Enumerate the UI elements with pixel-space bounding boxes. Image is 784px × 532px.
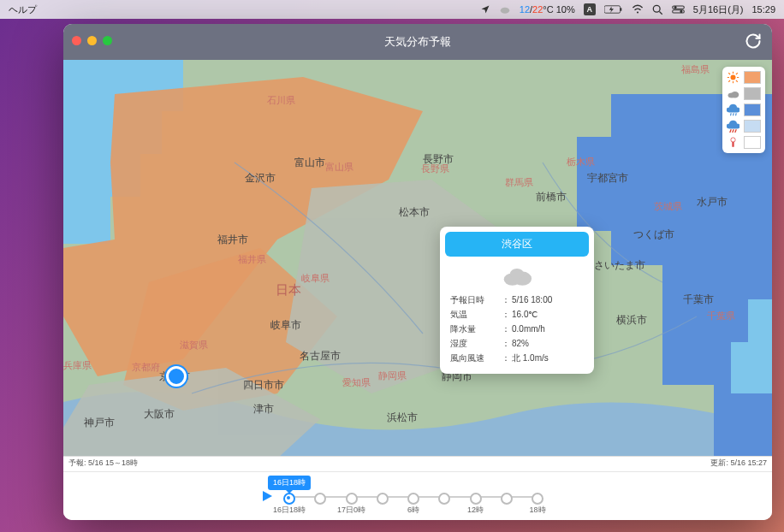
- macos-menu-bar: ヘルプ 12/22°C 10% A 5月16日(月) 15:29: [0, 0, 784, 19]
- svg-line-24: [728, 80, 730, 82]
- timeline-tick[interactable]: [377, 493, 389, 505]
- titlebar: 天気分布予報: [63, 24, 772, 60]
- timeline-label: 6時: [407, 505, 419, 516]
- control-center-icon[interactable]: [672, 4, 685, 15]
- svg-rect-15: [748, 299, 772, 351]
- popup-table: 予報日時：5/16 18:00気温：16.0℃降水量：0.0mm/h湿度：82%…: [440, 293, 594, 374]
- legend-row-sunny: [727, 71, 761, 84]
- timeline-tick[interactable]: [407, 493, 419, 505]
- svg-line-30: [730, 129, 732, 133]
- sunny-icon: [727, 71, 739, 84]
- status-left: 予報: 5/16 15～18時: [68, 458, 138, 471]
- wifi-icon[interactable]: [632, 4, 644, 15]
- popup-key: 降水量: [450, 322, 502, 336]
- minimize-button[interactable]: [87, 36, 97, 45]
- popup-value: 16.0℃: [512, 307, 584, 322]
- timeline-tick[interactable]: [314, 493, 326, 505]
- svg-line-32: [735, 129, 737, 133]
- svg-point-8: [680, 10, 682, 12]
- popup-place: 渋谷区: [445, 232, 589, 257]
- cloudy-icon: [440, 262, 594, 293]
- timeline-label: 18時: [529, 505, 545, 516]
- legend-swatch: [744, 120, 761, 133]
- timeline-label: 12時: [467, 505, 484, 516]
- svg-point-37: [510, 269, 524, 280]
- popup-key: 予報日時: [450, 293, 502, 307]
- location-pin[interactable]: [166, 366, 187, 387]
- weather-icon: [499, 4, 511, 15]
- close-button[interactable]: [72, 36, 81, 45]
- menubar-time[interactable]: 15:29: [751, 4, 775, 15]
- timeline-label: 16日18時: [273, 505, 306, 516]
- svg-point-4: [653, 5, 660, 12]
- svg-line-27: [731, 113, 732, 115]
- menu-help[interactable]: ヘルプ: [9, 3, 37, 16]
- legend-swatch: [744, 71, 761, 84]
- svg-point-3: [637, 11, 638, 13]
- popup-value: 北 1.0m/s: [512, 351, 584, 365]
- legend: [722, 67, 765, 153]
- svg-point-0: [501, 8, 510, 14]
- timeline-tick[interactable]: [470, 493, 482, 505]
- zoom-button[interactable]: [103, 36, 112, 45]
- svg-rect-13: [714, 385, 772, 458]
- search-icon[interactable]: [652, 4, 663, 15]
- input-source-icon[interactable]: A: [584, 3, 596, 15]
- svg-line-22: [736, 80, 738, 82]
- cloudy-icon: [727, 87, 739, 100]
- menubar-temp: 12/22°C 10%: [520, 4, 575, 15]
- popup-value: 82%: [512, 336, 584, 351]
- legend-row-snow: [727, 136, 761, 149]
- legend-swatch: [744, 103, 761, 116]
- timeline-tick[interactable]: [283, 493, 295, 505]
- svg-rect-11: [577, 137, 628, 231]
- timeline-label: 17日0時: [337, 505, 365, 516]
- location-icon: [480, 4, 490, 15]
- heavy-rain-icon: [727, 120, 739, 133]
- legend-row-cloudy: [727, 87, 761, 100]
- refresh-button[interactable]: [745, 33, 762, 53]
- forecast-popup[interactable]: 渋谷区 予報日時：5/16 18:00気温：16.0℃降水量：0.0mm/h湿度…: [440, 227, 594, 374]
- map-area[interactable]: 日本 福島県 石川県 富山県 長野県 群馬県 栃木県 茨城県 福井県 岐阜県 愛…: [63, 60, 772, 458]
- svg-rect-34: [732, 142, 734, 147]
- svg-line-21: [728, 73, 730, 74]
- svg-line-29: [736, 113, 737, 115]
- timeline-tick[interactable]: [438, 493, 450, 505]
- svg-point-7: [674, 7, 676, 9]
- popup-value: 5/16 18:00: [512, 293, 584, 307]
- svg-point-33: [731, 138, 735, 142]
- status-bar: 予報: 5/16 15～18時 更新: 5/16 15:27: [63, 456, 772, 472]
- legend-row-rain: [727, 103, 761, 116]
- popup-key: 風向風速: [450, 351, 502, 365]
- svg-line-28: [734, 113, 734, 115]
- window-controls: [72, 36, 112, 45]
- timeline-bubble: 16日18時: [268, 476, 311, 490]
- app-window: 天気分布予報: [63, 24, 772, 520]
- status-right: 更新: 5/16 15:27: [710, 458, 767, 471]
- popup-key: 気温: [450, 307, 502, 322]
- svg-point-26: [731, 92, 739, 98]
- legend-swatch: [744, 87, 761, 100]
- battery-icon: [604, 4, 623, 15]
- menubar-date[interactable]: 5月16日(月): [693, 3, 744, 16]
- timeline-track[interactable]: [289, 496, 538, 498]
- play-button[interactable]: [260, 489, 274, 506]
- svg-line-23: [736, 73, 738, 74]
- legend-swatch: [744, 136, 761, 149]
- svg-point-16: [731, 75, 736, 80]
- svg-line-31: [733, 129, 734, 133]
- legend-row-heavy-rain: [727, 120, 761, 133]
- timeline-tick[interactable]: [532, 493, 543, 505]
- svg-rect-2: [620, 8, 621, 10]
- timeline-tick[interactable]: [346, 493, 358, 505]
- popup-key: 湿度: [450, 336, 502, 351]
- timeline-tick[interactable]: [501, 493, 513, 505]
- snow-icon: [727, 136, 739, 149]
- popup-value: 0.0mm/h: [512, 322, 584, 336]
- timeline: 16日18時 16日18時17日0時6時12時18時: [63, 471, 772, 520]
- window-title: 天気分布予報: [63, 34, 772, 50]
- rain-icon: [727, 103, 739, 116]
